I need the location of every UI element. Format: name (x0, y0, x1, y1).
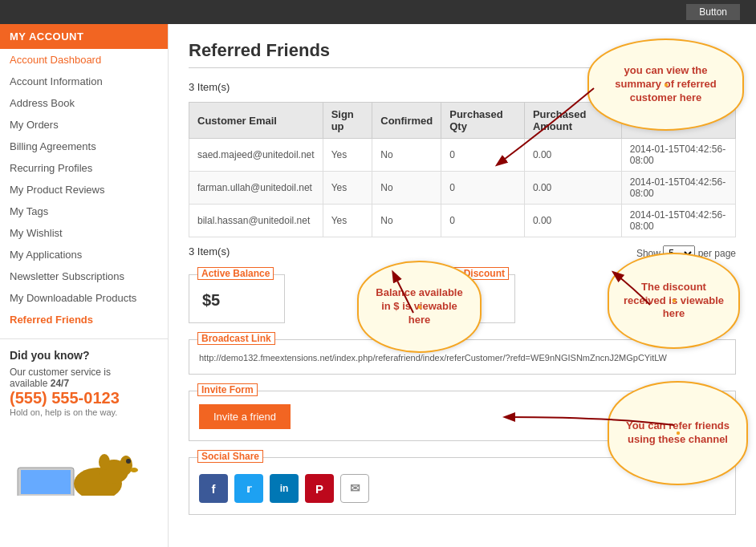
active-balance-box: Active Balance $5 (189, 274, 285, 323)
cloud-tooltip-4: You can refer friends using these channe… (608, 381, 748, 485)
sidebar-item-my-applications[interactable]: My Applications (0, 244, 168, 265)
items-count-top: 3 Item(s) (189, 81, 230, 93)
svg-point-8 (130, 468, 138, 472)
did-you-know-sub: Hold on, help is on the way. (10, 407, 158, 417)
sidebar-item-address-book[interactable]: Address Book (0, 92, 168, 114)
main-content: Referred Friends 3 Item(s) Show 51020 pe… (169, 24, 756, 547)
facebook-icon[interactable]: f (199, 474, 228, 503)
table-row: saed.majeed@unitedoil.netYesNo00.002014-… (189, 139, 736, 172)
sidebar-item-my-downloadable-products[interactable]: My Downloadable Products (0, 287, 168, 309)
dog-svg (10, 423, 138, 496)
table-row: bilal.hassan@unitedoil.netYesNo00.002014… (189, 205, 736, 237)
svg-point-7 (126, 459, 131, 464)
sidebar-item-my-orders[interactable]: My Orders (0, 114, 168, 136)
sidebar-nav: Account Dashboard Account Information Ad… (0, 49, 168, 330)
svg-point-5 (120, 456, 132, 475)
col-signup: Sign up (323, 103, 372, 139)
sidebar-item-my-product-reviews[interactable]: My Product Reviews (0, 179, 168, 201)
active-balance-value: $5 (202, 291, 271, 310)
sidebar-item-account-information[interactable]: Account Information (0, 71, 168, 92)
sidebar-item-my-wishlist[interactable]: My Wishlist (0, 222, 168, 244)
sidebar-item-referred-friends[interactable]: Referred Friends (0, 309, 168, 330)
top-bar-button[interactable]: Button (686, 4, 740, 20)
did-you-know-title: Did you know? (10, 349, 158, 362)
broadcast-label: Broadcast Link (197, 332, 275, 345)
svg-rect-1 (21, 470, 71, 494)
pinterest-icon[interactable]: P (305, 474, 334, 503)
social-label: Social Share (197, 450, 263, 463)
sidebar-item-account-dashboard[interactable]: Account Dashboard (0, 49, 168, 71)
sidebar-item-recurring-profiles[interactable]: Recurring Profiles (0, 157, 168, 179)
twitter-icon[interactable]: 𝕣 (234, 474, 263, 503)
sidebar-header: MY ACCOUNT (0, 24, 168, 49)
cloud-tooltip-1: you can view the summary of referred cus… (587, 38, 744, 131)
items-count-bottom: 3 Item(s) (189, 245, 230, 257)
sidebar-item-billing-agreements[interactable]: Billing Agreements (0, 136, 168, 157)
dog-illustration (10, 423, 138, 496)
sidebar: MY ACCOUNT Account Dashboard Account Inf… (0, 24, 169, 547)
sidebar-item-my-tags[interactable]: My Tags (0, 201, 168, 222)
cloud-tooltip-2: Balance available in $ is viewable here (357, 261, 482, 353)
svg-point-6 (99, 454, 110, 470)
table-row: farman.ullah@unitedoil.netYesNo00.002014… (189, 172, 736, 205)
active-balance-label: Active Balance (197, 267, 274, 280)
col-purchased-qty: Purchased Qty (441, 103, 525, 139)
did-you-know-box: Did you know? Our customer service is av… (0, 338, 168, 505)
sidebar-item-newsletter-subscriptions[interactable]: Newsletter Subscriptions (0, 265, 168, 287)
invite-label: Invite Form (197, 383, 258, 396)
email-icon[interactable]: ✉ (340, 474, 369, 503)
did-you-know-line1: Our customer service is available 24/7 (10, 367, 158, 389)
phone-number: (555) 555-0123 (10, 389, 158, 407)
invite-friend-button[interactable]: Invite a friend (199, 404, 291, 429)
col-email: Customer Email (189, 103, 323, 139)
top-bar: Button (0, 0, 756, 24)
col-confirmed: Confirmed (372, 103, 441, 139)
cloud-tooltip-3: The discount received is viewable here (608, 253, 740, 349)
linkedin-icon[interactable]: in (270, 474, 299, 503)
page-wrapper: MY ACCOUNT Account Dashboard Account Inf… (0, 24, 756, 547)
broadcast-url: http://demo132.fmeextensions.net/index.p… (199, 353, 726, 363)
